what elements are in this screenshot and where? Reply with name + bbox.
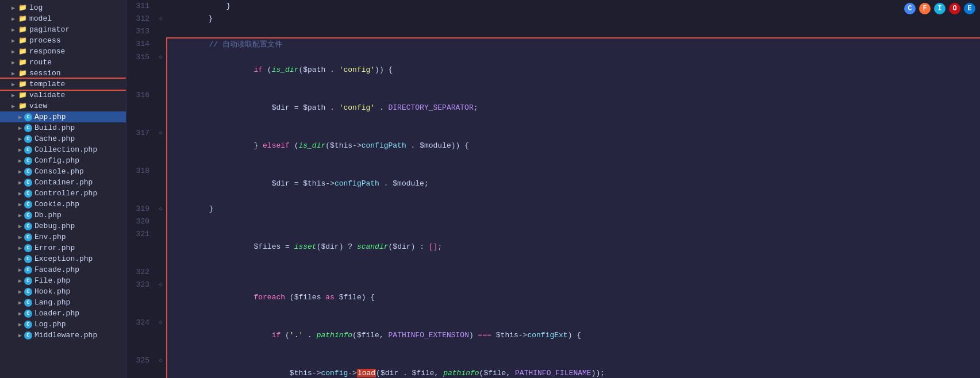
line-number: 318: [126, 165, 155, 203]
folder-label: view: [29, 102, 47, 110]
folder-paginator[interactable]: ▶ 📁 paginator: [0, 24, 126, 35]
file-middleware-php[interactable]: ▶ C Middleware.php: [0, 330, 126, 341]
expand-arrow: ▶: [16, 136, 24, 142]
browser-icons: C F I O E: [904, 3, 975, 14]
expand-arrow: ▶: [9, 48, 17, 55]
line-code: }: [167, 203, 980, 215]
folder-log[interactable]: ▶ 📁 log: [0, 2, 126, 13]
file-label: Container.php: [34, 178, 93, 187]
folder-icon: 📁: [17, 91, 28, 99]
file-dot-icon: C: [24, 255, 32, 263]
file-cookie-php[interactable]: ▶ C Cookie.php: [0, 199, 126, 210]
file-controller-php[interactable]: ▶ C Controller.php: [0, 188, 126, 199]
file-hook-php[interactable]: ▶ C Hook.php: [0, 286, 126, 297]
file-debug-php[interactable]: ▶ C Debug.php: [0, 221, 126, 232]
expand-arrow: ▶: [9, 37, 17, 44]
line-row: 318 $dir = $this->configPath . $module;: [126, 165, 980, 203]
folder-icon: 📁: [17, 47, 28, 56]
line-row: 313: [126, 25, 980, 38]
line-code: $dir = $path . 'config' . DIRECTORY_SEPA…: [167, 89, 980, 127]
code-editor[interactable]: 311 } 312 ◇ } 313 314: [126, 0, 980, 378]
file-error-php[interactable]: ▶ C Error.php: [0, 242, 126, 253]
file-dot-icon: C: [24, 179, 32, 187]
folder-view[interactable]: ▶ 📁 view: [0, 101, 126, 111]
line-code: foreach ($files as $file) {: [167, 279, 980, 317]
folder-label: route: [29, 58, 52, 67]
file-facade-php[interactable]: ▶ C Facade.php: [0, 264, 126, 275]
file-label: Controller.php: [34, 189, 97, 198]
folder-response[interactable]: ▶ 📁 response: [0, 46, 126, 57]
file-label: Middleware.php: [34, 331, 97, 340]
file-dot-icon: C: [24, 135, 32, 143]
expand-arrow: ▶: [16, 277, 24, 284]
expand-arrow: ▶: [16, 234, 24, 241]
line-code: } elseif (is_dir($this->configPath . $mo…: [167, 127, 980, 165]
file-lang-php[interactable]: ▶ C Lang.php: [0, 297, 126, 308]
file-label: Facade.php: [34, 265, 79, 274]
expand-arrow: ▶: [16, 212, 24, 219]
line-number: 323: [126, 279, 155, 317]
folder-model[interactable]: ▶ 📁 model: [0, 13, 126, 24]
line-row: 320: [126, 215, 980, 228]
file-file-php[interactable]: ▶ C File.php: [0, 275, 126, 286]
expand-arrow: ▶: [16, 125, 24, 132]
file-env-php[interactable]: ▶ C Env.php: [0, 232, 126, 242]
expand-arrow: ▶: [9, 5, 17, 11]
file-build-php[interactable]: ▶ C Build.php: [0, 122, 126, 133]
file-config-php[interactable]: ▶ C Config.php: [0, 155, 126, 166]
file-dot-icon: C: [24, 310, 32, 318]
ie-icon[interactable]: I: [934, 3, 946, 14]
line-gutter: ◇: [155, 203, 167, 215]
file-container-php[interactable]: ▶ C Container.php: [0, 177, 126, 188]
folder-label: template: [29, 80, 65, 88]
file-label: Collection.php: [34, 145, 97, 154]
file-dot-icon: C: [24, 200, 32, 209]
line-number: 320: [126, 215, 155, 228]
expand-arrow: ▶: [9, 59, 17, 66]
expand-arrow: ▶: [9, 16, 17, 22]
expand-arrow: ▶: [16, 256, 24, 263]
line-number: 321: [126, 228, 155, 266]
firefox-icon[interactable]: F: [919, 3, 931, 14]
folder-label: paginator: [29, 25, 70, 34]
opera-icon[interactable]: O: [949, 3, 960, 14]
chrome-icon[interactable]: C: [904, 3, 916, 14]
expand-arrow: ▶: [9, 103, 17, 110]
file-dot-icon: C: [24, 222, 32, 230]
file-loader-php[interactable]: ▶ C Loader.php: [0, 308, 126, 319]
folder-icon: 📁: [17, 69, 28, 78]
folder-label: model: [29, 14, 52, 23]
file-dot-icon: C: [24, 331, 32, 340]
file-console-php[interactable]: ▶ C Console.php: [0, 166, 126, 177]
line-gutter: [155, 25, 167, 38]
folder-route[interactable]: ▶ 📁 route: [0, 57, 126, 68]
file-log-php[interactable]: ▶ C Log.php: [0, 319, 126, 330]
line-number: 314: [126, 38, 155, 51]
file-app-php[interactable]: ▶ C App.php: [0, 111, 126, 122]
folder-template[interactable]: ▶ 📁 template: [0, 79, 126, 90]
line-code: }: [167, 0, 980, 13]
folder-validate[interactable]: ▶ 📁 validate: [0, 90, 126, 101]
file-label: Loader.php: [34, 309, 79, 318]
folder-icon: 📁: [17, 25, 28, 34]
folder-session[interactable]: ▶ 📁 session: [0, 68, 126, 79]
file-label: File.php: [34, 276, 70, 285]
line-gutter: [155, 38, 167, 51]
line-code: [167, 266, 980, 279]
file-label: Cookie.php: [34, 200, 79, 209]
line-code: $files = isset($dir) ? scandir($dir) : […: [167, 228, 980, 266]
file-exception-php[interactable]: ▶ C Exception.php: [0, 253, 126, 264]
file-dot-icon: C: [24, 190, 32, 198]
line-gutter: ◇: [155, 13, 167, 25]
file-cache-php[interactable]: ▶ C Cache.php: [0, 133, 126, 144]
file-collection-php[interactable]: ▶ C Collection.php: [0, 144, 126, 155]
file-label: Cache.php: [34, 134, 75, 143]
folder-process[interactable]: ▶ 📁 process: [0, 35, 126, 46]
folder-icon: 📁: [17, 102, 28, 110]
edge-icon[interactable]: E: [964, 3, 975, 14]
file-dot-icon: C: [24, 168, 32, 176]
folder-label: log: [29, 3, 43, 12]
file-db-php[interactable]: ▶ C Db.php: [0, 210, 126, 221]
line-gutter: ◇: [155, 279, 167, 317]
folder-label: process: [29, 36, 61, 45]
